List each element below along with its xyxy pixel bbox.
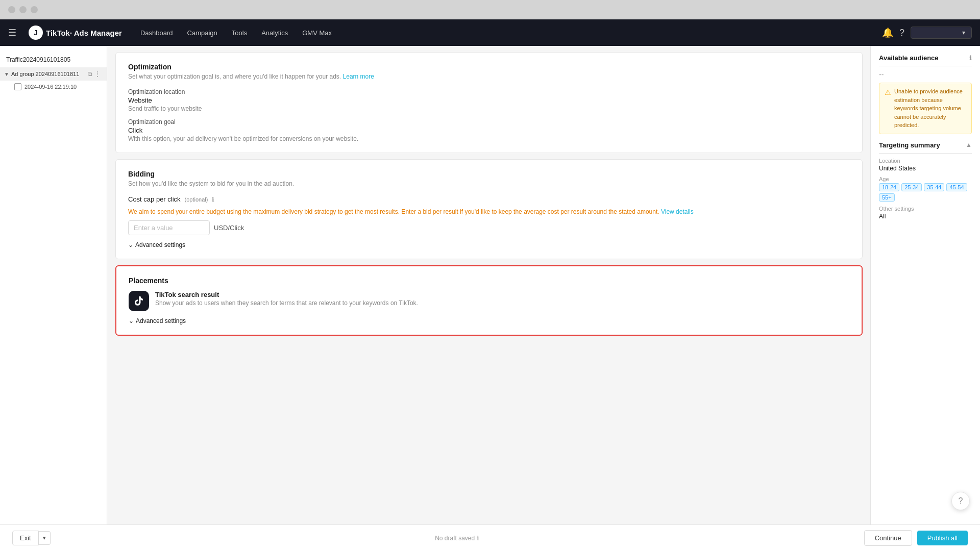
window-dot-green	[31, 6, 38, 13]
panel-divider-1	[879, 66, 972, 66]
top-nav-menu: Dashboard Campaign Tools Analytics GMV M…	[134, 25, 870, 41]
opt-goal-label: Optimization goal	[128, 118, 850, 126]
audience-dashes: --	[879, 70, 972, 79]
targeting-age-values: 18-24 25-34 35-44 45-54 55+	[879, 183, 972, 202]
sidebar-ad-item[interactable]: 2024-09-16 22:19:10	[0, 81, 107, 93]
account-dropdown-icon: ▾	[962, 29, 965, 36]
placements-card: ➤ Placements TikTok search result Show y…	[115, 265, 863, 336]
view-details-link[interactable]: View details	[661, 208, 694, 215]
chevron-down-icon: ⌄	[128, 241, 133, 248]
bidding-desc: We aim to spend your entire budget using…	[128, 207, 850, 216]
bidding-title: Bidding	[128, 170, 850, 178]
exit-dropdown-button[interactable]: ▾	[39, 531, 51, 545]
bidding-subtitle: Set how you'd like the system to bid for…	[128, 180, 850, 187]
logo-text: TikTok· Ads Manager	[46, 29, 122, 37]
opt-location-value: Website	[128, 96, 850, 104]
targeting-collapse-icon[interactable]: ▲	[966, 141, 972, 148]
optimization-card: Optimization Set what your optimization …	[115, 52, 863, 153]
draft-info-icon[interactable]: ℹ	[477, 535, 479, 542]
info-icon[interactable]: ℹ	[212, 196, 214, 203]
sidebar-ad-group[interactable]: ▼ Ad group 20240916101811 ⧉ ⋮	[0, 67, 107, 81]
ad-item-icon	[14, 83, 21, 90]
nav-campaign[interactable]: Campaign	[181, 25, 224, 41]
nav-analytics[interactable]: Analytics	[255, 25, 294, 41]
window-dot-yellow	[19, 6, 27, 13]
available-audience-title: Available audience ℹ	[879, 54, 972, 62]
notification-icon[interactable]: 🔔	[882, 27, 893, 38]
bottom-right: Continue Publish all	[864, 530, 968, 546]
warning-text: Unable to provide audience estimation be…	[894, 87, 966, 130]
exit-button[interactable]: Exit	[12, 531, 39, 545]
account-selector[interactable]: ▾	[911, 27, 972, 39]
targeting-location-label: Location	[879, 158, 972, 164]
age-badge-3: 45-54	[946, 183, 967, 191]
age-badge-0: 18-24	[879, 183, 899, 191]
opt-location-desc: Send traffic to your website	[128, 105, 850, 112]
tiktok-logo: J TikTok· Ads Manager	[29, 26, 122, 40]
optimization-subtitle: Set what your optimization goal is, and …	[128, 73, 850, 80]
placement-name: TikTok search result	[155, 291, 418, 298]
optimization-title: Optimization	[128, 63, 850, 71]
chevron-icon: ▼	[4, 71, 9, 77]
main-content: Optimization Set what your optimization …	[107, 46, 980, 524]
audience-info-icon[interactable]: ℹ	[969, 55, 972, 62]
help-icon[interactable]: ?	[899, 28, 904, 38]
opt-goal-desc: With this option, your ad delivery won't…	[128, 135, 850, 142]
input-unit: USD/Click	[214, 224, 244, 232]
nav-dashboard[interactable]: Dashboard	[134, 25, 179, 41]
bidding-advanced-settings[interactable]: ⌄ Advanced settings	[128, 241, 850, 248]
top-navigation: ☰ J TikTok· Ads Manager Dashboard Campai…	[0, 19, 980, 46]
tiktok-logo-icon: J	[29, 26, 43, 40]
ad-group-icons: ⧉ ⋮	[88, 70, 101, 78]
cost-cap-input[interactable]	[128, 220, 210, 235]
exit-group: Exit ▾	[12, 531, 51, 545]
learn-more-link[interactable]: Learn more	[343, 73, 374, 80]
ad-group-label: Ad group 20240916101811	[11, 71, 86, 77]
ad-item-label: 2024-09-16 22:19:10	[24, 84, 77, 90]
copy-icon[interactable]: ⧉	[88, 70, 92, 78]
placements-title: Placements	[129, 277, 849, 285]
tiktok-app-icon	[129, 291, 149, 311]
bottom-bar: Exit ▾ No draft saved ℹ Continue Publish…	[0, 524, 980, 551]
tiktok-icon-svg	[133, 295, 144, 307]
placement-item: TikTok search result Show your ads to us…	[129, 291, 849, 311]
panel-divider-2	[879, 153, 972, 154]
bidding-card: Bidding Set how you'd like the system to…	[115, 159, 863, 259]
draft-status: No draft saved ℹ	[435, 535, 479, 542]
targeting-summary-title: Targeting summary ▲	[879, 141, 972, 149]
window-dot-red	[8, 6, 15, 13]
cost-cap-row: Cost cap per click (optional) ℹ	[128, 195, 850, 203]
targeting-age-label: Age	[879, 176, 972, 182]
age-badge-2: 35-44	[924, 183, 944, 191]
window-chrome	[0, 0, 980, 19]
continue-button[interactable]: Continue	[864, 530, 912, 546]
placement-desc: Show your ads to users when they search …	[155, 299, 418, 307]
placement-info: TikTok search result Show your ads to us…	[155, 291, 418, 307]
targeting-other-label: Other settings	[879, 206, 972, 212]
nav-tools[interactable]: Tools	[226, 25, 253, 41]
more-icon[interactable]: ⋮	[94, 70, 101, 78]
chevron-down-icon-2: ⌄	[129, 317, 134, 324]
targeting-other-value: All	[879, 213, 972, 220]
age-badge-4: 55+	[879, 193, 895, 202]
placements-advanced-settings[interactable]: ⌄ Advanced settings	[129, 317, 849, 324]
targeting-location-value: United States	[879, 165, 972, 172]
opt-location-label: Optimization location	[128, 88, 850, 95]
age-badge-1: 25-34	[901, 183, 922, 191]
opt-goal-value: Click	[128, 127, 850, 134]
warning-icon: ⚠	[885, 87, 891, 130]
help-fab[interactable]: ?	[951, 492, 970, 510]
right-panel: Available audience ℹ -- ⚠ Unable to prov…	[870, 46, 980, 524]
cost-cap-input-row: USD/Click	[128, 220, 850, 235]
hamburger-button[interactable]: ☰	[8, 27, 16, 38]
sidebar: Traffic20240916101805 ▼ Ad group 2024091…	[0, 46, 107, 524]
sidebar-campaign[interactable]: Traffic20240916101805	[0, 52, 107, 67]
optional-badge: (optional)	[185, 196, 208, 203]
audience-warning-box: ⚠ Unable to provide audience estimation …	[879, 83, 972, 134]
nav-gmv-max[interactable]: GMV Max	[296, 25, 338, 41]
publish-all-button[interactable]: Publish all	[917, 531, 968, 545]
topnav-right: 🔔 ? ▾	[882, 27, 972, 39]
cost-cap-label: Cost cap per click	[128, 195, 181, 203]
